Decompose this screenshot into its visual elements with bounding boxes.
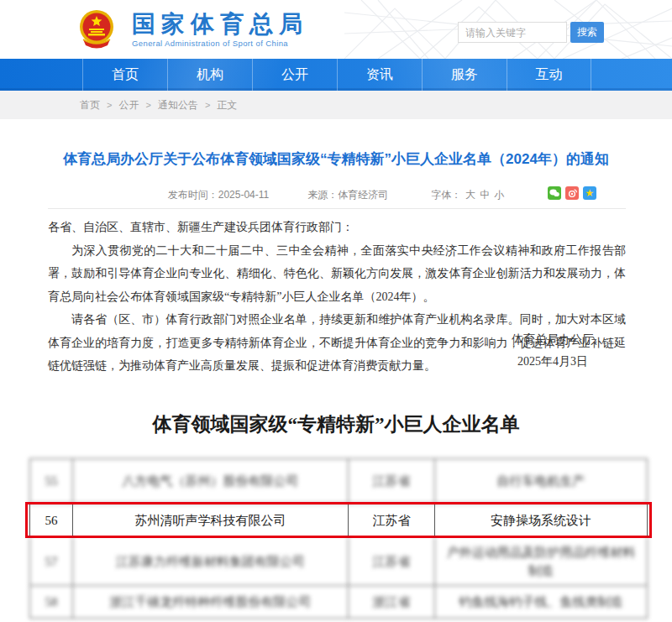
signature-date: 2025年4月3日 [512, 351, 594, 373]
share-buttons: ★ [548, 186, 596, 200]
breadcrumb-current: 正文 [217, 98, 237, 112]
signature-block: 体育总局办公厅 2025年4月3日 [512, 329, 594, 373]
article-title: 体育总局办公厅关于公布体育领域国家级“专精特新”小巨人企业名单（2024年）的通… [34, 149, 638, 170]
font-size-control: 字体：大中小 [427, 188, 504, 202]
breadcrumb-disclosure[interactable]: 公开 [118, 98, 139, 112]
cell-serial: 58 [29, 586, 73, 618]
article-meta: 发布时间：2025-04-11 来源：体育经济司 字体：大中小 ★ [0, 186, 672, 203]
page: 国家体育总局 General Administration of Sport o… [0, 0, 672, 622]
site-subtitle: General Administration of Sport of China [132, 39, 308, 48]
cell-company: 江苏康力纤维新材料集团有限公司 [73, 537, 349, 585]
site-header: 国家体育总局 General Administration of Sport o… [0, 0, 672, 59]
cell-province: 江苏省 [349, 504, 435, 536]
site-brand[interactable]: 国家体育总局 General Administration of Sport o… [78, 9, 308, 50]
cell-business: 自行车电机生产 [435, 459, 648, 503]
qzone-star-share-icon[interactable]: ★ [583, 186, 596, 200]
cell-business: 户外运动用品及防护用品纤维材料制造 [435, 537, 648, 585]
table-row-highlighted: 56 苏州清听声学科技有限公司 江苏省 安静操场系统设计 [29, 504, 648, 537]
brand-text: 国家体育总局 General Administration of Sport o… [132, 12, 308, 48]
cell-province: 江苏省 [349, 537, 435, 585]
cell-serial: 56 [29, 504, 73, 536]
table-row: 58 浙江千禧龙纤特种纤维股份有限公司 浙江省 钓鱼线海钓子线、鱼线类制造 [29, 586, 648, 619]
search-button[interactable]: 搜索 [570, 22, 604, 43]
salutation-paragraph: 各省、自治区、直辖市、新疆生产建设兵团体育行政部门： [48, 216, 626, 239]
site-title: 国家体育总局 [132, 12, 308, 37]
wechat-share-icon[interactable] [548, 186, 561, 200]
enterprise-table: 55 八方电气（苏州）股份有限公司 江苏省 自行车电机生产 56 苏州清听声学科… [29, 458, 648, 619]
cell-company: 浙江千禧龙纤特种纤维股份有限公司 [73, 586, 349, 618]
national-emblem-logo [78, 9, 115, 50]
meta-divider [48, 208, 626, 209]
breadcrumb-separator: > [145, 100, 150, 110]
font-size-medium[interactable]: 中 [480, 189, 490, 201]
signature-office: 体育总局办公厅 [512, 329, 594, 351]
list-title: 体育领域国家级“专精特新”小巨人企业名单 [34, 411, 638, 437]
cell-serial: 55 [29, 459, 73, 503]
search-input[interactable] [458, 22, 567, 43]
search-bar: 搜索 [458, 22, 604, 43]
cell-province: 江苏省 [349, 459, 435, 503]
article-source: 来源：体育经济司 [307, 188, 388, 202]
main-nav: 首页 机构 公开 资讯 服务 互动 [0, 59, 672, 91]
nav-item-disclosure[interactable]: 公开 [252, 59, 337, 91]
publish-time: 发布时间：2025-04-11 [168, 188, 270, 202]
cell-company: 八方电气（苏州）股份有限公司 [73, 459, 349, 503]
weibo-share-icon[interactable] [565, 186, 579, 200]
table-row: 55 八方电气（苏州）股份有限公司 江苏省 自行车电机生产 [29, 458, 648, 504]
nav-item-news[interactable]: 资讯 [337, 59, 422, 91]
font-size-small[interactable]: 小 [494, 189, 504, 201]
cell-company: 苏州清听声学科技有限公司 [73, 504, 349, 536]
body-paragraph-1: 为深入贯彻党的二十大和二十届二中、三中全会精神，全面落实中央经济工作会议精神和政… [48, 239, 626, 309]
breadcrumb-home[interactable]: 首页 [80, 98, 100, 112]
nav-item-home[interactable]: 首页 [82, 59, 167, 91]
cell-business: 安静操场系统设计 [435, 504, 648, 536]
nav-item-org[interactable]: 机构 [167, 59, 252, 91]
nav-item-interact[interactable]: 互动 [507, 59, 591, 91]
breadcrumb-separator: > [107, 100, 112, 110]
cell-serial: 57 [29, 537, 73, 585]
breadcrumb: 首页 > 公开 > 通知公告 > 正文 [0, 91, 672, 119]
table-row: 57 江苏康力纤维新材料集团有限公司 江苏省 户外运动用品及防护用品纤维材料制造 [29, 537, 648, 586]
breadcrumb-separator: > [205, 100, 210, 110]
breadcrumb-notices[interactable]: 通知公告 [158, 98, 198, 112]
nav-item-services[interactable]: 服务 [422, 59, 507, 91]
font-size-large[interactable]: 大 [465, 189, 475, 201]
cell-business: 钓鱼线海钓子线、鱼线类制造 [435, 586, 648, 618]
cell-province: 浙江省 [349, 586, 435, 618]
